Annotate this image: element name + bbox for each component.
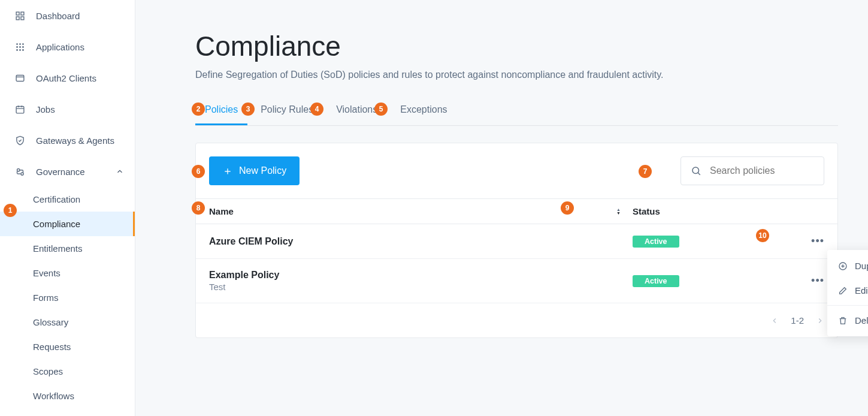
svg-point-6: [22, 43, 24, 45]
page-subtitle: Define Segregation of Duties (SoD) polic…: [195, 70, 838, 80]
row-actions-button[interactable]: •••: [811, 235, 824, 247]
callout-badge-2: 2: [192, 103, 205, 116]
sidebar-sub-forms[interactable]: Forms: [0, 285, 135, 310]
menu-label: Edit: [855, 285, 868, 296]
sidebar-sub-compliance[interactable]: Compliance: [0, 212, 135, 236]
chevron-up-icon: [116, 167, 124, 176]
row-title: Example Policy: [209, 270, 279, 281]
apps-icon: [14, 41, 25, 52]
callout-badge-3: 3: [241, 103, 255, 116]
svg-point-15: [17, 168, 19, 171]
dashboard-icon: [14, 10, 25, 21]
svg-rect-0: [16, 12, 19, 15]
governance-icon: [14, 166, 25, 177]
search-icon: [691, 165, 701, 176]
menu-label: Duplicate: [855, 261, 868, 271]
main-content: Compliance Define Segregation of Duties …: [135, 0, 868, 416]
sidebar: Dashboard Applications OAuth2 Clients Jo…: [0, 0, 135, 416]
sidebar-item-label: Jobs: [36, 104, 55, 114]
table-footer: 1-2: [196, 303, 837, 337]
table-row[interactable]: Azure CIEM Policy Active •••: [196, 224, 837, 259]
row-actions-button[interactable]: •••: [811, 275, 824, 287]
sidebar-item-label: OAuth2 Clients: [36, 73, 96, 83]
sidebar-item-jobs[interactable]: Jobs: [0, 94, 135, 125]
sidebar-item-oauth2[interactable]: OAuth2 Clients: [0, 62, 135, 94]
callout-badge-8: 8: [192, 201, 205, 215]
pager-prev[interactable]: [770, 316, 779, 325]
col-name-label[interactable]: Name: [209, 206, 234, 216]
calendar-icon: [14, 104, 25, 114]
row-subtitle: Test: [209, 282, 279, 292]
sidebar-item-label: Applications: [36, 42, 84, 52]
sidebar-sub-events[interactable]: Events: [0, 261, 135, 285]
sidebar-sub-certification[interactable]: Certification: [0, 187, 135, 212]
callout-badge-4: 4: [310, 103, 323, 116]
svg-rect-1: [20, 12, 23, 15]
tab-icon: [14, 73, 25, 83]
svg-point-10: [16, 49, 18, 51]
search-field[interactable]: [681, 156, 824, 185]
svg-rect-14: [16, 106, 24, 113]
shield-icon: [14, 135, 25, 146]
status-badge: Active: [633, 236, 679, 248]
button-label: New Policy: [239, 165, 286, 176]
delete-icon: [838, 316, 848, 325]
svg-rect-2: [16, 16, 19, 19]
callout-badge-10: 10: [756, 229, 769, 242]
callout-badge-9: 9: [561, 201, 574, 215]
svg-point-17: [692, 167, 699, 174]
sidebar-item-dashboard[interactable]: Dashboard: [0, 0, 135, 31]
svg-point-5: [19, 43, 21, 45]
new-policy-button[interactable]: ＋ New Policy: [209, 156, 300, 185]
svg-point-16: [20, 172, 23, 174]
sidebar-sub-scopes[interactable]: Scopes: [0, 359, 135, 384]
svg-point-4: [16, 43, 18, 45]
callout-badge-6: 6: [192, 165, 205, 178]
sidebar-sub-requests[interactable]: Requests: [0, 334, 135, 359]
svg-rect-3: [20, 16, 23, 19]
sidebar-item-label: Dashboard: [36, 11, 80, 21]
sidebar-item-label: Gateways & Agents: [36, 135, 114, 146]
callout-badge-7: 7: [639, 165, 652, 178]
sidebar-sub-entitlements[interactable]: Entitlements: [0, 236, 135, 261]
menu-delete[interactable]: Delete: [827, 305, 868, 333]
menu-duplicate[interactable]: Duplicate: [827, 254, 868, 278]
svg-point-8: [19, 46, 21, 48]
plus-icon: ＋: [222, 164, 233, 178]
row-title: Azure CIEM Policy: [209, 236, 293, 247]
sidebar-item-applications[interactable]: Applications: [0, 31, 135, 62]
sidebar-item-governance[interactable]: Governance: [0, 156, 135, 187]
duplicate-icon: [838, 261, 848, 271]
policies-card: ＋ New Policy Name ▲▼: [195, 143, 838, 338]
page-title: Compliance: [195, 30, 838, 62]
pager-next[interactable]: [816, 316, 824, 325]
sidebar-item-label: Governance: [36, 167, 85, 177]
col-status-label[interactable]: Status: [633, 206, 660, 216]
svg-point-9: [22, 46, 24, 48]
menu-label: Delete: [855, 315, 868, 325]
menu-edit[interactable]: Edit: [827, 278, 868, 303]
sidebar-sub-workflows[interactable]: Workflows: [0, 384, 135, 408]
edit-icon: [838, 286, 848, 296]
tabs: Policies Policy Rules Violations Excepti…: [195, 98, 838, 126]
search-input[interactable]: [710, 165, 814, 176]
sidebar-item-gateways[interactable]: Gateways & Agents: [0, 125, 135, 156]
sort-icon[interactable]: ▲▼: [616, 208, 621, 215]
table-row[interactable]: Example Policy Test Active •••: [196, 259, 837, 303]
status-badge: Active: [633, 275, 679, 287]
svg-point-7: [16, 46, 18, 48]
svg-point-12: [22, 49, 24, 51]
svg-point-11: [19, 49, 21, 51]
tab-exceptions[interactable]: Exceptions: [391, 98, 456, 125]
table-header: Name ▲▼ Status: [196, 198, 837, 224]
sidebar-sub-glossary[interactable]: Glossary: [0, 310, 135, 334]
callout-badge-5: 5: [374, 103, 388, 116]
callout-badge-1: 1: [4, 204, 17, 217]
pager-range: 1-2: [791, 315, 804, 325]
row-actions-menu: Duplicate Edit Delete: [827, 250, 868, 336]
svg-rect-13: [16, 75, 24, 81]
